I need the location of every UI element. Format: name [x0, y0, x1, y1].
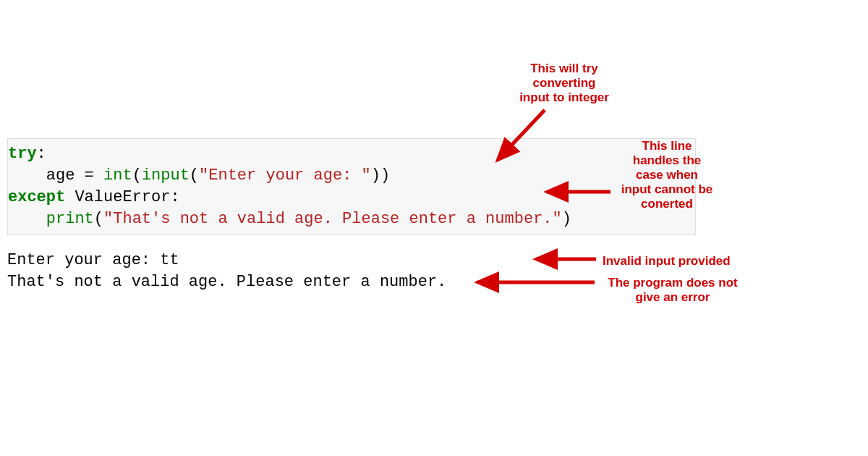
arrow-top-icon — [0, 0, 868, 456]
svg-line-1 — [498, 110, 545, 160]
